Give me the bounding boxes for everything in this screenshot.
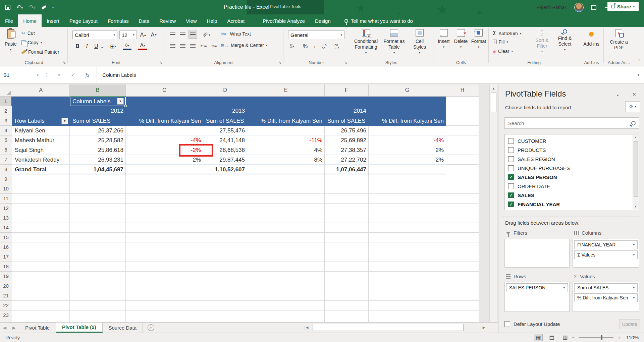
checkbox-icon[interactable] — [508, 147, 514, 153]
tools-button[interactable]: ⚙▾ — [625, 101, 640, 112]
normal-view-icon[interactable]: ▦ — [534, 334, 543, 341]
sum-of-sales-header-2014[interactable]: Sum of SALES — [325, 116, 369, 126]
tell-me-box[interactable]: Tell me what you want to do — [336, 14, 413, 27]
row-header-13[interactable]: 13 — [0, 213, 12, 223]
salesperson-cell[interactable]: Sajal Singh — [12, 145, 70, 155]
grand-total-cell[interactable]: 1,10,52,607 — [203, 165, 247, 174]
decrease-indent-icon[interactable]: ⇤≡ — [199, 41, 208, 50]
font-dialog-launcher-icon[interactable]: ⇘ — [159, 60, 162, 65]
row-header-23[interactable]: 23 — [0, 310, 12, 320]
row-labels-header[interactable]: Row Labels▼ — [12, 116, 70, 126]
field-list-scrollbar[interactable]: ▲ ▼ — [633, 135, 639, 210]
cell-c1[interactable] — [126, 97, 203, 106]
tab-data[interactable]: Data — [133, 14, 154, 27]
font-size-combo[interactable]: 12▾ — [119, 31, 137, 39]
checkbox-checked-icon[interactable]: ✓ — [508, 192, 514, 198]
diff-cell[interactable] — [247, 126, 325, 135]
diff-header-2014[interactable]: % Diff. from Kalyani Sen — [369, 116, 446, 126]
sales-cell[interactable]: 26,37,266 — [70, 126, 126, 135]
values-field-diff[interactable]: % Diff. from Kalyani Sen▾ — [574, 293, 638, 302]
tab-formulas[interactable]: Formulas — [103, 14, 134, 27]
checkbox-icon[interactable] — [508, 165, 514, 171]
sheet-tab-pivot-table-2[interactable]: Pivot Table (2) — [56, 323, 102, 333]
column-header-D[interactable]: D — [203, 84, 247, 97]
scroll-down-icon[interactable]: ▼ — [633, 204, 638, 210]
column-labels-filter-icon[interactable]: ▼ — [117, 98, 124, 105]
row-labels-filter-icon[interactable]: ▼ — [61, 118, 68, 124]
columns-field-values[interactable]: Σ Values▾ — [574, 250, 638, 259]
sales-cell[interactable]: 25,69,892 — [325, 135, 369, 145]
field-item-financial-year[interactable]: ✓FINANCIAL YEAR — [508, 200, 560, 209]
decrease-font-icon[interactable]: A▼ — [150, 31, 158, 39]
align-top-icon[interactable] — [168, 30, 177, 39]
format-painter-button[interactable]: Format Painter — [21, 49, 59, 55]
search-input[interactable]: Search — [504, 117, 639, 129]
tab-file[interactable]: File — [0, 14, 18, 27]
tab-view[interactable]: View — [181, 14, 202, 27]
sheet-tab-source-data[interactable]: Source Data — [103, 323, 143, 333]
tab-insert[interactable]: Insert — [42, 14, 64, 27]
year-2013[interactable]: 2013 — [203, 106, 247, 116]
field-list-scrollbar-thumb[interactable] — [634, 141, 638, 197]
formula-content[interactable]: Column Labels — [97, 72, 637, 78]
align-right-icon[interactable] — [189, 41, 197, 50]
sheet-nav-right-icon[interactable]: ▶ — [9, 323, 19, 333]
align-middle-icon[interactable] — [178, 30, 187, 39]
orientation-menu-icon[interactable]: ▾ — [209, 33, 210, 37]
row-header-11[interactable]: 11 — [0, 194, 12, 204]
increase-decimal-icon[interactable]: ←.0 .00 — [321, 43, 331, 51]
insert-function-icon[interactable]: fx — [86, 72, 90, 78]
page-break-view-icon[interactable]: ▥ — [561, 334, 570, 341]
underline-menu-icon[interactable]: ▾ — [101, 46, 103, 49]
sum-of-sales-header-2013[interactable]: Sum of SALES — [203, 116, 247, 126]
row-header-2[interactable]: 2 — [0, 106, 12, 116]
borders-icon[interactable]: ⊞▾ — [109, 42, 117, 51]
grand-total-cell[interactable]: 1,04,45,697 — [70, 165, 126, 174]
cell-styles-button[interactable]: Cell Styles ▾ — [409, 29, 430, 56]
new-sheet-button[interactable]: + — [148, 324, 154, 331]
scroll-up-icon[interactable]: ▲ — [633, 135, 638, 140]
row-header-21[interactable]: 21 — [0, 291, 12, 301]
diff-cell[interactable]: -4% — [369, 135, 446, 145]
find-select-button[interactable]: Find & Select ▾ — [554, 29, 575, 53]
row-header-7[interactable]: 7 — [0, 155, 12, 165]
update-button[interactable]: Update — [619, 319, 640, 329]
diff-cell[interactable]: -11% — [247, 135, 325, 145]
cell-e2[interactable] — [247, 106, 325, 116]
row-header-5[interactable]: 5 — [0, 135, 12, 145]
sales-cell[interactable]: 27,55,476 — [203, 126, 247, 135]
tab-help[interactable]: Help — [202, 14, 222, 27]
tab-acrobat[interactable]: Acrobat — [222, 14, 250, 27]
grand-total-cell[interactable] — [126, 165, 203, 174]
sheet-tab-pivot-table[interactable]: Pivot Table — [19, 323, 56, 333]
field-item-products[interactable]: PRODUCTS — [508, 146, 546, 155]
insert-cells-button[interactable]: ← Insert ▾ — [436, 29, 451, 50]
format-as-table-button[interactable]: Format as Table ▾ — [381, 29, 407, 56]
checkbox-checked-icon[interactable]: ✓ — [508, 202, 514, 207]
vertical-scrollbar[interactable]: ▲ ▼ — [489, 84, 497, 333]
delete-cells-button[interactable]: × Delete ▾ — [453, 29, 469, 50]
diff-cell[interactable]: 4% — [247, 145, 325, 155]
enter-icon[interactable]: ✓ — [71, 72, 75, 78]
checkbox-icon[interactable] — [508, 156, 514, 162]
paste-button[interactable]: Paste ▾ — [2, 29, 19, 53]
column-header-A[interactable]: A — [12, 84, 70, 97]
tab-review[interactable]: Review — [154, 14, 181, 27]
underline-button[interactable]: U — [92, 42, 101, 51]
defer-layout-update[interactable]: Defer Layout Update — [504, 321, 560, 327]
sales-cell[interactable]: 26,93,231 — [70, 155, 126, 165]
alignment-dialog-launcher-icon[interactable]: ⇘ — [278, 60, 281, 65]
merge-center-button[interactable]: ⊟↔Merge & Center▾ — [221, 43, 267, 48]
diff-header-2013[interactable]: % Diff. from Kalyani Sen — [247, 116, 325, 126]
rows-area[interactable]: SALES PERSON▾ — [504, 282, 570, 312]
diff-cell[interactable]: 2% — [369, 145, 446, 155]
sales-cell[interactable]: 25,28,582 — [70, 135, 126, 145]
column-header-H[interactable]: H — [446, 84, 479, 97]
row-header-1[interactable]: 1 — [0, 97, 12, 106]
align-left-icon[interactable] — [168, 41, 177, 50]
avatar[interactable] — [574, 3, 584, 12]
cell-e1[interactable] — [247, 97, 325, 106]
grand-total-label-cell[interactable]: Grand Total — [12, 165, 70, 174]
diff-cell[interactable]: 8% — [247, 155, 325, 165]
increase-indent-icon[interactable]: ⇥≡ — [209, 41, 218, 50]
